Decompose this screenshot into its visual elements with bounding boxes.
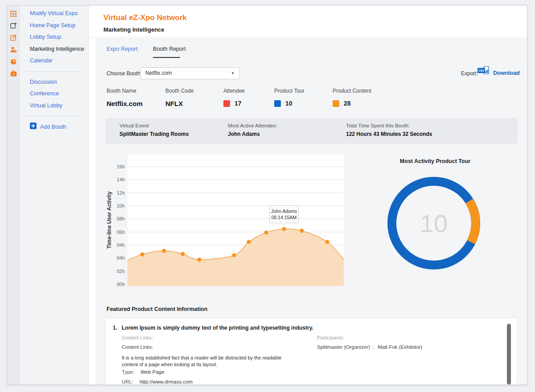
col-booth-name: Booth Name	[107, 88, 136, 94]
sidebar-divider	[25, 71, 83, 72]
participants-value: Splitmaster (Organizer)|Matt Fok (Exhibi…	[317, 344, 422, 350]
plus-icon	[30, 122, 37, 131]
type-label: Type:	[122, 369, 134, 375]
sidebar-nav: Modify Virtual Expo Home Page Setup Lobb…	[20, 6, 89, 384]
featured-item-description: It is a long established fact that a rea…	[122, 355, 282, 368]
booth-code-value: NFLX	[165, 100, 183, 107]
report-panel: Expo Report Booth Report Choose Booth: N…	[95, 38, 527, 385]
y-tick-label: 16h	[117, 164, 125, 169]
sidebar-item-calendar[interactable]: Calendar	[20, 55, 88, 67]
participant-exhibitor: Matt Fok (Exhibitor)	[378, 344, 422, 350]
add-page-icon[interactable]	[10, 22, 17, 29]
main-area: Virtual eZ-Xpo Network Marketing Intelli…	[89, 6, 527, 384]
url-value: http://www.drmass.com	[140, 379, 193, 384]
booth-select-value: Netflix.com	[145, 70, 172, 76]
content-links-label: Content Links:	[122, 335, 153, 340]
donut-chart: 10	[387, 176, 481, 270]
col-booth-code: Booth Code	[165, 88, 193, 94]
add-booth-label: Add Booth	[40, 124, 66, 130]
product-content-color-swatch	[333, 100, 339, 107]
scrollbar-thumb[interactable]	[507, 324, 511, 384]
svg-text:CSV: CSV	[478, 69, 485, 72]
attendee-value: 17	[235, 100, 242, 107]
pie-chart-icon[interactable]	[10, 58, 17, 65]
stat-label: Most Active Attendee:	[228, 123, 277, 128]
product-content-count: 28	[333, 100, 351, 107]
y-tick-label: 08h	[117, 216, 125, 221]
edit-icon[interactable]	[10, 34, 17, 41]
apps-grid-icon[interactable]	[10, 10, 17, 17]
active-tab-underline	[153, 57, 180, 58]
type-value: Web Page	[140, 369, 165, 375]
sidebar-item-virtual-lobby[interactable]: Virtual Lobby	[20, 100, 88, 112]
sidebar-item-home-page-setup[interactable]: Home Page Setup	[20, 20, 88, 32]
participant-separator: |	[373, 344, 374, 350]
booth-name-value: Netflix.com	[107, 100, 143, 107]
y-tick-label: 04h	[117, 242, 125, 248]
product-content-value: 28	[344, 100, 351, 107]
sidebar-item-marketing-intelligence[interactable]: Marketing Intelligence	[20, 43, 88, 55]
y-tick-label: 02h	[117, 269, 125, 274]
activity-chart-svg[interactable]	[128, 154, 344, 286]
featured-item-title: Lorem Ipsum is simply dummy text of the …	[122, 325, 313, 331]
donut-chart-title: Most Activity Product Tour	[368, 158, 502, 164]
attendee-count: 17	[223, 100, 242, 107]
booth-icon[interactable]	[10, 70, 17, 77]
stat-value: 122 Hours 43 Minutes 32 Seconds	[346, 131, 432, 137]
page-subtitle: Marketing Intelligence	[103, 26, 165, 33]
stat-label: Virtual Event:	[119, 123, 150, 128]
stat-value: John Adams	[228, 131, 260, 137]
chevron-down-icon: ▼	[231, 68, 235, 79]
app-window: Modify Virtual Expo Home Page Setup Lobb…	[7, 5, 527, 385]
col-product-content: Product Content	[333, 88, 371, 94]
participant-organizer: Splitmaster (Organizer)	[317, 344, 370, 350]
icon-rail	[8, 6, 20, 384]
chart-tooltip: John Adams 06:14:15AM	[269, 205, 299, 223]
featured-url-row: URL:http://www.drmass.com	[122, 379, 193, 384]
y-tick-label: 10h	[117, 203, 125, 208]
tooltip-time: 06:14:15AM	[270, 214, 298, 220]
sidebar-item-lobby-setup[interactable]: Lobby Setup	[20, 31, 88, 43]
url-label: URL:	[122, 379, 133, 384]
featured-content-panel: 1. Lorem Ipsum is simply dummy text of t…	[106, 318, 517, 385]
y-tick-label: 06h	[117, 229, 125, 235]
content-links-value: Content Links:	[122, 344, 153, 350]
export-label: Export:	[461, 70, 478, 77]
sidebar-item-modify-virtual-expo[interactable]: Modify Virtual Expo	[20, 8, 88, 20]
col-attendee: Attendee	[223, 88, 245, 94]
attendee-color-swatch	[223, 100, 230, 107]
user-settings-icon[interactable]	[10, 46, 17, 53]
activity-chart-y-labels: 16h14h12h10h08h06h04h04h02h00h	[103, 154, 125, 286]
y-tick-label: 14h	[117, 177, 125, 182]
download-link[interactable]: Download	[493, 70, 520, 76]
donut-center-value: 10	[387, 176, 481, 270]
featured-item-number: 1.	[113, 325, 117, 331]
y-tick-label: 12h	[117, 190, 125, 196]
booth-select[interactable]: Netflix.com ▼	[140, 67, 240, 79]
booth-stats-bar: Virtual Event: SplitMaster Trading Rooms…	[106, 118, 518, 144]
featured-content-heading: Featured Product Content Information	[107, 306, 207, 312]
tooltip-name: John Adams	[270, 208, 298, 214]
header-divider	[89, 37, 527, 37]
product-tour-color-swatch	[274, 100, 281, 107]
sidebar-item-discussion[interactable]: Discussion	[20, 76, 88, 88]
participants-label: Participants:	[317, 335, 344, 340]
stat-label: Total Time Spent this Booth:	[346, 123, 410, 128]
tab-expo-report[interactable]: Expo Report	[107, 46, 137, 52]
sidebar-divider	[25, 116, 83, 116]
product-tour-count: 10	[274, 100, 292, 107]
stat-value: SplitMaster Trading Rooms	[119, 131, 189, 137]
tab-booth-report[interactable]: Booth Report	[153, 46, 186, 52]
add-booth-button[interactable]: Add Booth	[30, 122, 88, 131]
csv-file-icon[interactable]: CSV	[477, 66, 490, 78]
sidebar-item-conference[interactable]: Conference	[20, 88, 88, 100]
col-product-tour: Product Tour	[274, 88, 305, 94]
product-tour-value: 10	[285, 100, 292, 107]
y-tick-label: 00h	[117, 282, 125, 287]
y-tick-label: 04h	[117, 255, 125, 261]
choose-booth-label: Choose Booth:	[107, 70, 142, 77]
featured-type-row: Type:Web Page	[122, 369, 165, 375]
page-title: Virtual eZ-Xpo Network	[103, 13, 187, 22]
